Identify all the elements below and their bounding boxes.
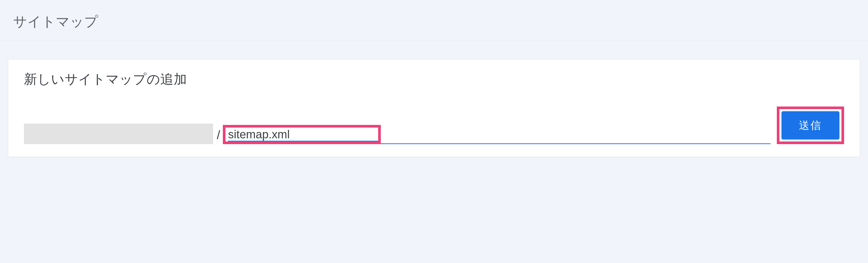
input-underline [228,141,378,142]
page-header: サイトマップ [0,0,868,41]
submit-button[interactable]: 送信 [781,111,839,139]
underline-extension [380,143,771,144]
add-sitemap-card: 新しいサイトマップの追加 / 送信 [8,59,860,157]
button-highlight-box: 送信 [777,107,844,144]
card-title: 新しいサイトマップの追加 [24,70,844,88]
sitemap-input-wrapper [225,131,386,140]
sitemap-url-input[interactable] [228,127,381,142]
input-line: / [24,124,771,144]
sitemap-input-row: / 送信 [24,107,844,144]
url-prefix-redacted [24,124,213,144]
slash-separator: / [217,128,220,142]
page-title: サイトマップ [13,12,855,31]
input-highlight-box [223,125,381,144]
